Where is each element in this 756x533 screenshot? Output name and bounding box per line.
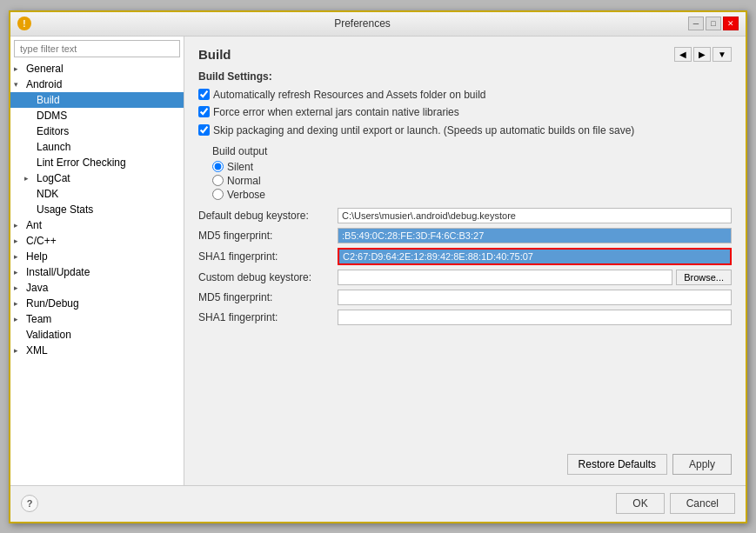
sidebar-item-team[interactable]: Team <box>10 311 184 327</box>
radio-label-silent: Silent <box>227 161 253 173</box>
radio-row-verbose: Verbose <box>212 189 732 201</box>
checkbox-row-force-error: Force error when external jars contain n… <box>198 105 732 120</box>
sha1-label: SHA1 fingerprint: <box>198 250 338 263</box>
checkbox-label-force-error: Force error when external jars contain n… <box>213 105 459 120</box>
sidebar-item-run-debug[interactable]: Run/Debug <box>10 296 184 311</box>
radio-verbose[interactable] <box>212 189 224 200</box>
sidebar-item-lint-error-checking[interactable]: Lint Error Checking <box>10 155 184 170</box>
panel-title: Build <box>198 47 231 62</box>
sidebar-item-xml[interactable]: XML <box>10 343 184 358</box>
tree-arrow-help <box>14 252 24 261</box>
sidebar-item-ndk[interactable]: NDK <box>10 186 184 202</box>
sidebar-item-usage-stats[interactable]: Usage Stats <box>10 202 184 217</box>
sidebar-item-build[interactable]: Build <box>10 92 184 108</box>
tree-arrow-android <box>14 80 24 89</box>
ok-button[interactable]: OK <box>616 493 664 514</box>
nav-back-button[interactable]: ◀ <box>674 47 692 62</box>
help-button[interactable]: ? <box>21 495 38 512</box>
checkbox-force-error[interactable] <box>198 106 210 117</box>
sidebar-item-general[interactable]: General <box>10 61 184 77</box>
panel-actions: Restore Defaults Apply <box>198 447 732 475</box>
build-settings-label: Build Settings: <box>198 70 732 83</box>
restore-defaults-button[interactable]: Restore Defaults <box>567 454 667 475</box>
panel-header: Build ◀ ▶ ▼ <box>198 47 732 62</box>
radio-row-silent: Silent <box>212 161 732 173</box>
tree-label-usage-stats: Usage Stats <box>37 203 93 216</box>
tree-label-help: Help <box>26 250 48 263</box>
tree-label-lint-error-checking: Lint Error Checking <box>37 157 126 169</box>
radio-row-normal: Normal <box>212 175 732 187</box>
tree-label-editors: Editors <box>37 125 69 137</box>
sidebar-item-launch[interactable]: Launch <box>10 139 184 155</box>
tree-arrow-logcat <box>24 174 35 183</box>
tree-label-build: Build <box>37 94 60 106</box>
custom-md5-label: MD5 fingerprint: <box>198 291 338 303</box>
tree-label-install-update: Install/Update <box>26 266 90 278</box>
md5-input[interactable] <box>338 228 732 243</box>
custom-keystore-input[interactable] <box>338 270 672 285</box>
bottom-bar: ? OK Cancel <box>10 485 746 522</box>
maximize-button[interactable]: □ <box>706 17 721 30</box>
preferences-window: ! Preferences ─ □ ✕ GeneralAndroidBuildD… <box>9 10 747 523</box>
titlebar-buttons: ─ □ ✕ <box>688 17 739 30</box>
minimize-button[interactable]: ─ <box>688 17 704 30</box>
tree-arrow-ant <box>14 221 24 230</box>
filter-input[interactable] <box>14 40 180 57</box>
keystore-input[interactable] <box>338 208 732 223</box>
tree-label-ddms: DDMS <box>37 110 67 122</box>
custom-sha1-label: SHA1 fingerprint: <box>198 311 338 323</box>
checkbox-skip-packaging[interactable] <box>198 124 210 136</box>
tree-arrow-install-update <box>14 268 24 276</box>
titlebar: ! Preferences ─ □ ✕ <box>10 12 746 37</box>
sha1-row: SHA1 fingerprint: <box>198 248 732 265</box>
tree-label-team: Team <box>26 313 51 325</box>
checkbox-auto-refresh[interactable] <box>198 89 210 100</box>
radio-normal[interactable] <box>212 175 224 186</box>
tree-label-validation: Validation <box>26 329 71 341</box>
sidebar-item-java[interactable]: Java <box>10 280 184 296</box>
build-output-section: Build output SilentNormalVerbose <box>212 145 732 203</box>
tree-arrow-java <box>14 283 24 292</box>
build-output-label: Build output <box>212 145 732 157</box>
custom-keystore-row: Custom debug keystore: Browse... <box>198 270 732 285</box>
custom-md5-input[interactable] <box>338 290 732 305</box>
sidebar-item-ddms[interactable]: DDMS <box>10 108 184 123</box>
sidebar-item-cpp[interactable]: C/C++ <box>10 233 184 249</box>
nav-forward-button[interactable]: ▶ <box>693 47 711 62</box>
content-area: GeneralAndroidBuildDDMSEditorsLaunchLint… <box>10 37 746 485</box>
tree-label-android: Android <box>26 78 62 90</box>
sidebar-item-help[interactable]: Help <box>10 249 184 264</box>
sidebar-item-ant[interactable]: Ant <box>10 217 184 233</box>
sidebar-item-editors[interactable]: Editors <box>10 123 184 139</box>
checkbox-row-auto-refresh: Automatically refresh Resources and Asse… <box>198 88 732 103</box>
radio-label-normal: Normal <box>227 175 261 187</box>
nav-dropdown-button[interactable]: ▼ <box>713 47 732 62</box>
app-icon: ! <box>17 17 31 30</box>
keystore-row: Default debug keystore: <box>198 208 732 223</box>
radio-silent[interactable] <box>212 161 224 172</box>
sha1-input[interactable] <box>338 248 732 265</box>
cancel-button[interactable]: Cancel <box>670 493 735 514</box>
sidebar-item-validation[interactable]: Validation <box>10 327 184 343</box>
tree-arrow-team <box>14 315 24 323</box>
custom-sha1-input[interactable] <box>338 310 732 325</box>
tree-label-xml: XML <box>26 344 48 356</box>
custom-md5-row: MD5 fingerprint: <box>198 290 732 305</box>
apply-button[interactable]: Apply <box>672 454 732 475</box>
tree-label-ant: Ant <box>26 219 42 231</box>
tree-label-general: General <box>26 63 64 75</box>
tree-arrow-cpp <box>14 237 24 245</box>
radio-label-verbose: Verbose <box>227 189 265 201</box>
tree-arrow-general <box>14 64 24 73</box>
sidebar-item-install-update[interactable]: Install/Update <box>10 264 184 280</box>
tree-label-run-debug: Run/Debug <box>26 297 79 310</box>
tree-label-ndk: NDK <box>37 188 58 200</box>
browse-button[interactable]: Browse... <box>676 270 732 285</box>
tree-label-java: Java <box>26 282 48 294</box>
checkbox-label-auto-refresh: Automatically refresh Resources and Asse… <box>213 88 486 103</box>
bottom-right-buttons: OK Cancel <box>616 493 735 514</box>
sidebar-item-android[interactable]: Android <box>10 77 184 92</box>
custom-sha1-row: SHA1 fingerprint: <box>198 310 732 325</box>
close-button[interactable]: ✕ <box>723 17 739 30</box>
sidebar-item-logcat[interactable]: LogCat <box>10 170 184 186</box>
